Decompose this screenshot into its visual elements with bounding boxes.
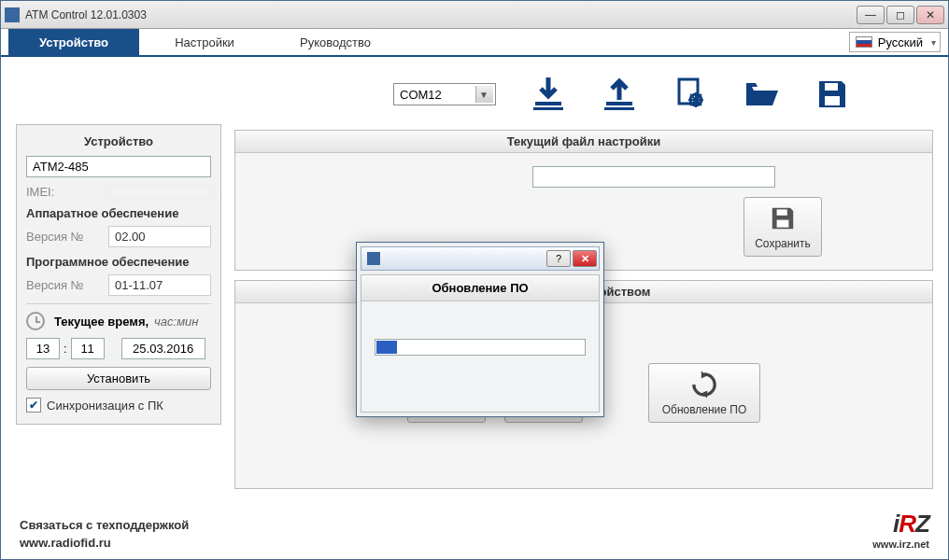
file-name-input[interactable]	[532, 166, 775, 188]
progress-bar	[375, 339, 586, 356]
sync-row[interactable]: ✔ Синхронизация с ПК	[26, 398, 211, 413]
save-file-label: Сохранить	[755, 237, 811, 250]
fw-version-label: Версия №	[26, 278, 101, 292]
content-area: Устройство IMEI: Аппаратное обеспечение …	[1, 57, 948, 502]
time-inputs: :	[26, 338, 211, 359]
toolbar: COM12 ▼	[234, 64, 933, 124]
dialog-titlebar: ? ✕	[361, 246, 600, 271]
imei-value	[108, 189, 211, 196]
time-title: Текущее время,	[54, 315, 149, 329]
dialog-icon	[367, 252, 380, 265]
device-title: Устройство	[26, 134, 211, 148]
save-disk-icon[interactable]	[814, 76, 851, 113]
sync-checkbox[interactable]: ✔	[26, 398, 41, 413]
save-icon	[768, 203, 798, 233]
language-select[interactable]: Русский	[849, 32, 941, 52]
tab-bar: Устройство Настройки Руководство Русский	[1, 29, 948, 57]
irz-logo: iRZ www.irz.net	[872, 510, 929, 550]
time-hint: час:мин	[154, 315, 198, 329]
save-file-button[interactable]: Сохранить	[744, 197, 822, 257]
app-window: ATM Control 12.01.0303 — ◻ ✕ Устройство …	[0, 0, 949, 560]
hours-input[interactable]	[26, 338, 60, 359]
refresh-icon	[689, 370, 719, 399]
flag-icon	[856, 36, 872, 48]
date-input[interactable]	[121, 338, 205, 359]
dialog-title: Обновление ПО	[361, 275, 599, 301]
dialog-close-button[interactable]: ✕	[573, 250, 597, 267]
file-panel-title: Текущий файл настройки	[235, 131, 932, 153]
titlebar: ATM Control 12.01.0303 — ◻ ✕	[1, 1, 948, 29]
svg-rect-0	[535, 102, 561, 105]
irz-site[interactable]: www.irz.net	[872, 539, 929, 550]
tab-manual[interactable]: Руководство	[270, 29, 401, 55]
com-port-select[interactable]: COM12 ▼	[393, 83, 496, 105]
fw-title: Программное обеспечение	[26, 255, 211, 269]
download-icon[interactable]	[530, 76, 567, 113]
device-name-input[interactable]	[26, 156, 211, 177]
update-firmware-button[interactable]: Обновление ПО	[648, 363, 760, 423]
hw-version-label: Версия №	[26, 230, 101, 244]
com-port-value: COM12	[400, 88, 442, 102]
set-time-button[interactable]: Установить	[26, 367, 211, 390]
support-link[interactable]: Связаться с техподдержкой	[20, 518, 189, 532]
update-label: Обновление ПО	[662, 403, 747, 416]
fw-version-value: 01-11.07	[108, 274, 211, 296]
tab-device[interactable]: Устройство	[8, 29, 139, 55]
sync-label: Синхронизация с ПК	[47, 399, 163, 413]
update-dialog: ? ✕ Обновление ПО	[356, 242, 604, 417]
progress-fill	[376, 341, 397, 354]
site-link[interactable]: www.radiofid.ru	[20, 536, 189, 550]
minimize-button[interactable]: —	[857, 6, 885, 24]
sidebar: Устройство IMEI: Аппаратное обеспечение …	[16, 64, 221, 498]
svg-rect-6	[825, 83, 838, 91]
dialog-help-button[interactable]: ?	[546, 250, 571, 267]
maximize-button[interactable]: ◻	[886, 6, 914, 24]
svg-rect-1	[533, 107, 563, 110]
svg-rect-2	[606, 102, 632, 105]
clock-icon	[26, 312, 45, 330]
svg-rect-8	[777, 209, 787, 215]
settings-file-icon[interactable]	[672, 76, 709, 113]
svg-rect-9	[777, 220, 789, 228]
imei-label: IMEI:	[26, 185, 101, 199]
svg-rect-7	[825, 96, 840, 105]
close-button[interactable]: ✕	[916, 6, 944, 24]
hw-version-value: 02.00	[108, 226, 211, 247]
upload-icon[interactable]	[601, 76, 638, 113]
app-icon	[5, 7, 20, 22]
device-panel: Устройство IMEI: Аппаратное обеспечение …	[16, 124, 221, 425]
minutes-input[interactable]	[71, 338, 105, 359]
language-label: Русский	[878, 35, 923, 49]
svg-rect-3	[604, 107, 634, 110]
tab-settings[interactable]: Настройки	[139, 29, 270, 55]
hw-title: Аппаратное обеспечение	[26, 206, 211, 220]
footer: Связаться с техподдержкой www.radiofid.r…	[1, 502, 948, 559]
window-title: ATM Control 12.01.0303	[25, 8, 857, 21]
open-folder-icon[interactable]	[743, 76, 780, 113]
